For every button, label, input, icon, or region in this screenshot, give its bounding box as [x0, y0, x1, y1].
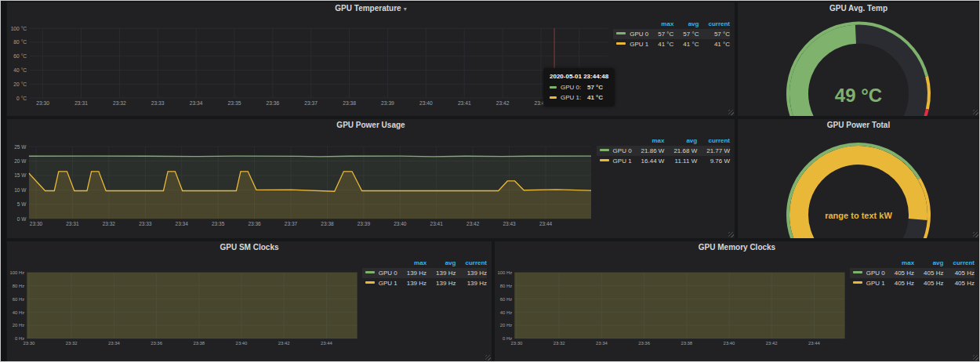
svg-text:0 Hz: 0 Hz	[15, 336, 24, 341]
svg-text:40 Hz: 40 Hz	[13, 310, 24, 315]
legend-value: 405 Hz	[885, 268, 914, 278]
legend-series-toggle[interactable]: GPU 1	[362, 278, 397, 288]
legend-sort-header[interactable]: avg	[673, 19, 699, 29]
legend-sort-header[interactable]: current	[699, 19, 730, 29]
legend-series-toggle[interactable]: GPU 1	[597, 156, 632, 166]
tooltip-timestamp: 2020-05-01 23:44:48	[550, 72, 608, 81]
legend-value: 9.76 W	[697, 156, 730, 166]
svg-text:23:44: 23:44	[321, 341, 332, 346]
svg-text:23:38: 23:38	[343, 100, 356, 106]
gpu-memory-clocks-title[interactable]: GPU Memory Clocks	[495, 241, 979, 254]
panel-gpu-sm-clocks: GPU SM Clocks 0 Hz20 Hz40 Hz60 Hz80 Hz10…	[7, 241, 492, 361]
legend-value: 139 Hz	[397, 268, 426, 278]
series-color-dash	[600, 149, 609, 151]
svg-text:60 °C: 60 °C	[13, 53, 27, 59]
svg-text:23:42: 23:42	[278, 341, 290, 346]
legend-sort-header[interactable]: avg	[426, 258, 456, 268]
svg-text:40 Hz: 40 Hz	[500, 310, 512, 315]
svg-text:0 °C: 0 °C	[16, 96, 27, 101]
legend-sort-header[interactable]: max	[632, 136, 665, 146]
legend-sort-header[interactable]: current	[697, 136, 730, 146]
legend-sort-header[interactable]: max	[885, 258, 914, 268]
legend-series-toggle[interactable]: GPU 1	[850, 278, 885, 288]
panel-resize-handle[interactable]	[973, 232, 978, 237]
gpu-sm-clocks-title[interactable]: GPU SM Clocks	[7, 241, 492, 254]
panel-title-text: GPU Temperature	[335, 4, 401, 13]
svg-text:23:44: 23:44	[808, 341, 820, 346]
legend-spacer	[613, 19, 648, 29]
gpu-avg-temp-title[interactable]: GPU Avg. Temp	[738, 2, 979, 15]
svg-text:23:40: 23:40	[724, 341, 735, 346]
legend-value: 57 °C	[648, 29, 673, 39]
legend-spacer	[362, 258, 397, 268]
series-color-dash	[550, 86, 557, 89]
svg-text:23:30: 23:30	[30, 221, 43, 226]
legend-spacer	[850, 258, 885, 268]
legend-table: maxavgcurrentGPU 057 °C57 °C57 °CGPU 141…	[613, 19, 730, 49]
svg-text:23:32: 23:32	[103, 221, 116, 226]
gpu-sm-clocks-graph[interactable]: 0 Hz20 Hz40 Hz60 Hz80 Hz100 Hz23:3023:32…	[7, 254, 362, 361]
series-color-dash	[365, 271, 375, 273]
gpu-memory-clocks-legend: maxavgcurrentGPU 0405 Hz405 Hz405 HzGPU …	[850, 254, 979, 361]
svg-text:23:44: 23:44	[539, 221, 553, 226]
legend-value: 139 Hz	[397, 278, 426, 288]
grafana-dashboard: { "colors":{ "green":"#7eb26d","yellow":…	[0, 0, 980, 362]
svg-text:23:40: 23:40	[394, 221, 407, 226]
panel-title-text: GPU Memory Clocks	[699, 243, 775, 252]
panel-resize-handle[interactable]	[728, 110, 734, 115]
legend-series-toggle[interactable]: GPU 0	[850, 268, 885, 278]
legend-row: GPU 116.44 W11.11 W9.76 W	[597, 156, 730, 166]
svg-text:23:34: 23:34	[108, 341, 120, 346]
legend-sort-header[interactable]: avg	[914, 258, 943, 268]
legend-sort-header[interactable]: current	[456, 258, 487, 268]
panel-resize-handle[interactable]	[485, 355, 491, 360]
gpu-temperature-legend: maxavgcurrentGPU 057 °C57 °C57 °CGPU 141…	[613, 15, 735, 116]
svg-text:0 Hz: 0 Hz	[503, 336, 512, 341]
svg-text:23:31: 23:31	[74, 100, 88, 106]
panel-resize-handle[interactable]	[728, 232, 734, 237]
gpu-power-usage-title[interactable]: GPU Power Usage	[7, 119, 735, 132]
svg-text:23:38: 23:38	[321, 221, 334, 226]
svg-text:23:32: 23:32	[66, 341, 78, 346]
legend-row: GPU 021.86 W21.68 W21.77 W	[597, 146, 730, 156]
panel-resize-handle[interactable]	[973, 110, 978, 115]
panel-resize-handle[interactable]	[973, 355, 978, 360]
svg-text:15 W: 15 W	[14, 172, 27, 178]
legend-value: 405 Hz	[914, 278, 943, 288]
legend-value: 11.11 W	[664, 156, 697, 166]
gpu-power-total-title[interactable]: GPU Power Total	[738, 119, 979, 132]
svg-text:23:34: 23:34	[190, 100, 203, 106]
legend-table: maxavgcurrentGPU 0139 Hz139 Hz139 HzGPU …	[362, 258, 487, 288]
svg-text:20 Hz: 20 Hz	[500, 323, 512, 328]
svg-text:25 W: 25 W	[14, 144, 27, 150]
graph-tooltip: 2020-05-01 23:44:48 GPU 0:57 °CGPU 1:41 …	[543, 68, 615, 107]
svg-text:23:34: 23:34	[176, 221, 189, 226]
legend-sort-header[interactable]: current	[943, 258, 975, 268]
svg-text:23:42: 23:42	[496, 100, 510, 106]
legend-series-toggle[interactable]: GPU 1	[613, 39, 648, 49]
svg-text:60 Hz: 60 Hz	[13, 297, 24, 302]
gpu-power-usage-graph[interactable]: 0 W5 W10 W15 W20 W25 W23:3023:3123:3223:…	[7, 132, 597, 238]
legend-value: 41 °C	[699, 39, 730, 49]
legend-sort-header[interactable]: avg	[664, 136, 697, 146]
legend-value: 57 °C	[673, 29, 699, 39]
legend-value: 41 °C	[673, 39, 699, 49]
legend-series-toggle[interactable]: GPU 0	[597, 146, 632, 156]
legend-sort-header[interactable]: max	[397, 258, 426, 268]
legend-value: 57 °C	[699, 29, 730, 39]
panel-title-text: GPU Power Total	[827, 121, 890, 129]
legend-sort-header[interactable]: max	[648, 19, 673, 29]
legend-value: 405 Hz	[914, 268, 943, 278]
gpu-memory-clocks-graph[interactable]: 0 Hz20 Hz40 Hz60 Hz80 Hz100 Hz23:3023:32…	[495, 254, 850, 361]
gpu-temperature-graph[interactable]: 0 °C20 °C40 °C60 °C80 °C100 °C23:3023:31…	[7, 15, 613, 116]
gpu-temperature-title[interactable]: GPU Temperature▾	[7, 2, 735, 15]
legend-value: 41 °C	[648, 39, 673, 49]
tooltip-series-value: 41 °C	[587, 93, 603, 103]
panel-gpu-avg-temp: GPU Avg. Temp 49 °C	[738, 2, 979, 116]
series-color-dash	[616, 32, 626, 34]
svg-text:80 Hz: 80 Hz	[13, 284, 24, 288]
svg-text:23:33: 23:33	[151, 100, 165, 106]
svg-text:23:35: 23:35	[228, 100, 241, 106]
legend-series-toggle[interactable]: GPU 0	[613, 29, 648, 39]
legend-series-toggle[interactable]: GPU 0	[362, 268, 397, 278]
